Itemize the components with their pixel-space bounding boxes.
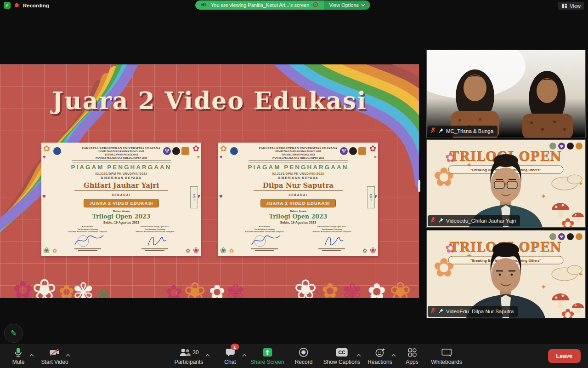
- pin-icon: [438, 217, 444, 225]
- captions-options-chevron[interactable]: [356, 351, 362, 359]
- pin-icon: [438, 307, 444, 316]
- svg-text:✿: ✿: [561, 305, 575, 318]
- tile-logo-row: Ψ: [549, 233, 582, 240]
- signature-block: Koordinator Tim Relawan Psikologi Fakult…: [236, 225, 360, 251]
- recording-dot-icon: [15, 3, 19, 7]
- mute-label: Mute: [12, 359, 25, 365]
- participants-options-chevron[interactable]: [205, 351, 210, 359]
- view-label: View: [570, 3, 581, 9]
- svg-text:✦: ✦: [541, 192, 547, 200]
- given-to-label: DIBERIKAN KEPADA: [278, 176, 318, 179]
- video-tile-mc[interactable]: MC_Trisna & Bunga: [426, 50, 586, 138]
- speaker-icon: [201, 1, 207, 9]
- signature-left: [236, 234, 293, 247]
- participants-button[interactable]: 30 Participants: [175, 346, 204, 365]
- certificate-left: ✿ ♥ ✿ ♥ ❀ ✿ ❀ ✿ ♥ ♥ Ψ SKP FAKULTAS KEDOK…: [41, 143, 201, 256]
- start-video-button[interactable]: Start Video: [41, 346, 68, 365]
- participant-video: ✿ ✿ ✦ ✦ ✦ ✿ TRILOGI OPEN "Breaking Barri…: [427, 140, 585, 227]
- signature-right: [126, 234, 184, 247]
- record-button[interactable]: Record: [295, 346, 313, 365]
- show-captions-label: Show Captions: [323, 359, 361, 365]
- participants-icon: 30: [179, 346, 198, 358]
- event-intro: Dalam Acara: [113, 210, 130, 213]
- event-name: Trilogi Open 2023: [269, 213, 327, 220]
- flower-ornament: ✾: [73, 280, 94, 298]
- chat-options-chevron[interactable]: [242, 351, 247, 359]
- flower-ornament: ❀: [294, 276, 317, 298]
- apps-button[interactable]: Apps: [406, 346, 418, 365]
- certificate-right: ✿ ♥ ✿ ♥ ❀ ✿ ❀ ✿ ♥ ♥ Ψ SKP FAKULTAS KEDOK…: [218, 143, 378, 256]
- annotate-button[interactable]: ✎: [4, 324, 23, 343]
- chevron-down-icon: [361, 4, 365, 6]
- view-button[interactable]: View: [558, 2, 584, 10]
- chat-label: Chat: [224, 359, 236, 365]
- show-captions-button[interactable]: CC Show Captions: [323, 346, 361, 365]
- certificate-org-block: FAKULTAS KEDOKTERAN UNIVERSITAS UDAYANA …: [259, 146, 337, 159]
- share-screen-label: Share Screen: [250, 359, 284, 365]
- participants-count: 30: [192, 349, 198, 356]
- reactions-button[interactable]: Reactions: [368, 346, 392, 365]
- flower-ornament: ✿: [322, 281, 339, 298]
- video-options-chevron[interactable]: [66, 351, 71, 359]
- event-intro: Dalam Acara: [290, 210, 306, 213]
- security-shield-icon[interactable]: ✓: [4, 2, 11, 9]
- layout-grid-icon: [561, 3, 567, 8]
- flower-ornament: ✾: [342, 281, 362, 298]
- event-name: Trilogi Open 2023: [92, 213, 150, 220]
- participant-name: MC_Trisna & Bunga: [446, 128, 493, 134]
- as-label: SEBAGAI: [112, 193, 130, 196]
- flower-ornament: ❀: [184, 279, 206, 298]
- leave-button[interactable]: Leave: [548, 349, 581, 363]
- award-badge: JUARA 2 VIDEO EDUKASI: [84, 199, 159, 207]
- event-logo-icon: [576, 143, 582, 150]
- recipient-name: Ghifari Jauhar Yajri: [74, 181, 168, 191]
- slide-title: Juara 2 Video Edukasi: [0, 86, 419, 115]
- signature-right: [303, 234, 361, 247]
- event-logo-icon: [576, 233, 582, 240]
- pencil-icon: ✎: [10, 328, 17, 338]
- signature-left: [59, 234, 116, 247]
- flower-ornament: ❀: [32, 275, 57, 298]
- muted-mic-icon: [430, 307, 436, 316]
- participant-name-label: VideoEdu_Dilpa Nur Saputra: [428, 306, 518, 317]
- mute-button[interactable]: Mute: [12, 346, 25, 365]
- participant-name: VideoEdu_Dilpa Nur Saputra: [446, 309, 514, 314]
- event-date: Sabtu, 19 Agustus 2023: [280, 221, 316, 224]
- svg-text:✦: ✦: [541, 283, 547, 291]
- share-screen-button[interactable]: Share Screen: [250, 346, 284, 365]
- mute-options-chevron[interactable]: [29, 351, 34, 359]
- layout-resize-handle[interactable]: [418, 180, 420, 192]
- whiteboards-button[interactable]: Whiteboards: [431, 346, 462, 365]
- recipient-name: Dilpa Nur Saputra: [254, 181, 343, 191]
- chat-button[interactable]: 1 Chat: [224, 346, 236, 365]
- video-tile-ghifari[interactable]: ✿ ✿ ✦ ✦ ✦ ✿ TRILOGI OPEN "Breaking Barri…: [426, 139, 586, 228]
- apps-icon: [407, 346, 418, 358]
- meeting-toolbar: Mute Start Video 30 Participants 1 Chat: [0, 344, 588, 368]
- event-date: Sabtu, 19 Agustus 2023: [103, 221, 139, 224]
- whiteboards-label: Whiteboards: [431, 359, 462, 365]
- pin-icon: [438, 127, 444, 135]
- flower-ornament: ✿: [59, 282, 74, 298]
- flower-ornament: ✿: [13, 278, 33, 298]
- chat-badge: 1: [231, 344, 239, 350]
- screen-share-banner: You are viewing Panitia_Ketut Ari...'s s…: [195, 0, 370, 10]
- tile-logo-row: Ψ: [549, 143, 582, 150]
- record-icon: [298, 346, 309, 358]
- flower-ornament: ✾: [226, 282, 245, 298]
- campus-logo-icon: [549, 233, 556, 240]
- video-tile-dilpa[interactable]: ✿ ✿ ✦ ✦ ✦ ✿ TRILOGI OPEN "Breaking Barri…: [426, 230, 586, 318]
- reactions-label: Reactions: [368, 359, 392, 365]
- signature-block: Koordinator Tim Relawan Psikologi Fakult…: [59, 225, 183, 251]
- participant-video: [427, 50, 585, 138]
- psi-logo-icon: Ψ: [558, 233, 565, 240]
- muted-mic-icon: [430, 127, 436, 135]
- view-options-button[interactable]: View Options: [324, 0, 370, 10]
- flower-ornament: ✿: [368, 281, 386, 298]
- svg-text:✿: ✿: [561, 215, 575, 227]
- apps-label: Apps: [406, 359, 418, 365]
- share-screen-icon: [262, 346, 273, 358]
- certificate-number: 02.2101/DPM FK UNUD/VIII/2023: [272, 172, 324, 175]
- recording-label: Recording: [23, 3, 49, 8]
- reactions-options-chevron[interactable]: [391, 351, 396, 359]
- award-badge: JUARA 2 VIDEO EDUKASI: [260, 199, 336, 207]
